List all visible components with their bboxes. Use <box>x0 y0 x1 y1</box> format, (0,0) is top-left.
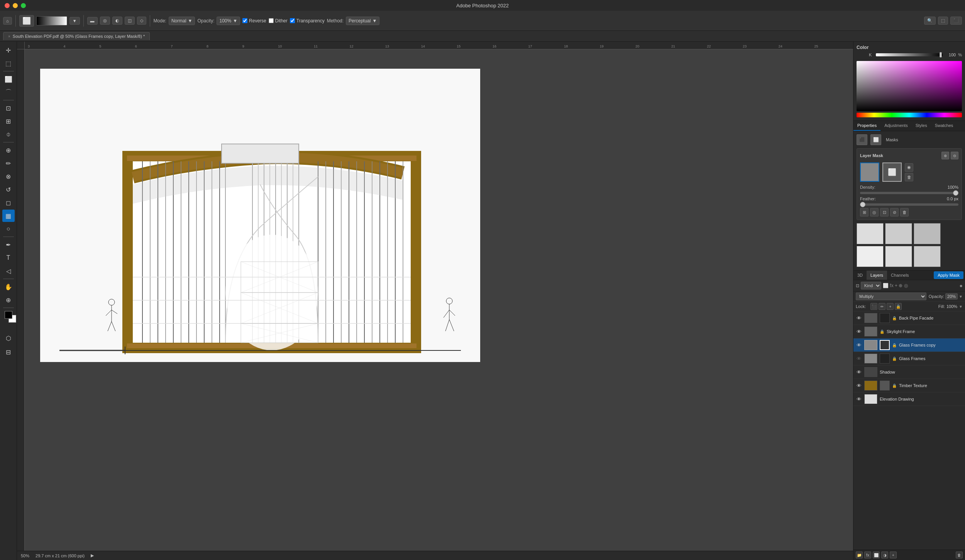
crop-tool[interactable]: ⊞ <box>2 115 15 127</box>
workspace-btn[interactable]: ⬚ <box>938 17 948 25</box>
delete-layer-btn[interactable]: 🗑 <box>956 552 963 558</box>
minimize-button[interactable] <box>13 3 18 8</box>
delete-mask-btn[interactable]: 🗑 <box>900 208 909 217</box>
home-btn[interactable]: ⌂ <box>3 17 12 25</box>
mask-add-icon[interactable]: ⊕ <box>941 152 949 159</box>
layer-vis-shadow[interactable]: 👁 <box>856 369 862 375</box>
history-brush-tool[interactable]: ↺ <box>2 183 15 196</box>
window-controls[interactable] <box>5 3 26 8</box>
tab-layers[interactable]: Layers <box>867 271 887 280</box>
pixel-mask-icon[interactable]: ⬛ <box>857 134 867 145</box>
hand-tool[interactable]: ✋ <box>2 281 15 293</box>
tab-properties[interactable]: Properties <box>853 121 880 131</box>
tab-swatches[interactable]: Swatches <box>931 121 957 131</box>
tab-adjustments[interactable]: Adjustments <box>880 121 912 131</box>
layer-vis-skylight[interactable]: 👁 <box>856 328 862 335</box>
gradient-preview[interactable] <box>36 16 67 25</box>
layer-row-glass-copy[interactable]: 👁 🔒 Glass Frames copy <box>853 338 965 352</box>
layer-fx-btn[interactable]: fx <box>864 552 871 558</box>
adjustment-layer-btn[interactable]: ◑ <box>881 552 888 558</box>
k-slider[interactable] <box>876 53 943 56</box>
dither-checkbox[interactable] <box>269 18 274 23</box>
tab-close[interactable]: × <box>8 34 10 39</box>
path-tool[interactable]: ◁ <box>2 265 15 277</box>
maximize-button[interactable] <box>21 3 26 8</box>
layer-vis-glass[interactable]: 👁 <box>856 355 862 362</box>
reverse-checkbox[interactable] <box>242 18 247 23</box>
foreground-color[interactable] <box>5 311 12 319</box>
apply-mask-button[interactable]: Apply Mask <box>934 271 963 279</box>
linear-gradient-btn[interactable]: ▬ <box>87 17 98 25</box>
opacity-select[interactable]: 100% ▼ <box>217 17 240 25</box>
clone-tool[interactable]: ⊗ <box>2 170 15 183</box>
tab-3d[interactable]: 3D <box>853 271 867 280</box>
filter-select[interactable]: Kind <box>861 282 881 289</box>
vector-mask-icon[interactable]: ⬜ <box>870 134 881 145</box>
marquee-tool[interactable]: ⬜ <box>2 73 15 85</box>
select-mask-btn[interactable]: ◎ <box>870 208 879 217</box>
dodge-tool[interactable]: ○ <box>2 223 15 235</box>
tab-styles[interactable]: Styles <box>912 121 931 131</box>
lasso-tool[interactable]: ⌒ <box>2 86 15 98</box>
object-select-tool[interactable]: ⊡ <box>2 102 15 114</box>
layer-row-glass[interactable]: 👁 🔒 Glass Frames <box>853 352 965 365</box>
hue-slider[interactable] <box>857 113 962 117</box>
document-tab[interactable]: × South Elevation PDF.pdf @ 50% (Glass F… <box>3 32 150 40</box>
angle-gradient-btn[interactable]: ◐ <box>112 17 122 25</box>
layer-row-shadow[interactable]: 👁 Shadow <box>853 365 965 379</box>
pen-tool[interactable]: ✒ <box>2 239 15 251</box>
search-btn[interactable]: 🔍 <box>924 17 936 25</box>
mode-select[interactable]: Normal ▼ <box>169 17 195 25</box>
reflected-gradient-btn[interactable]: ◫ <box>125 17 135 25</box>
lock-pixels-btn[interactable]: ⬛ <box>870 303 877 310</box>
disable-mask-btn[interactable]: ⊘ <box>890 208 899 217</box>
brush-tool[interactable]: ✏ <box>2 157 15 169</box>
apply-from-mask-btn[interactable]: ⊡ <box>880 208 889 217</box>
blend-mode-select[interactable]: Multiply <box>856 293 926 300</box>
color-swatches[interactable] <box>5 311 12 319</box>
lock-all-btn[interactable]: 🔒 <box>895 303 902 310</box>
transparency-checkbox[interactable] <box>290 18 295 23</box>
density-slider[interactable] <box>860 192 958 194</box>
feather-slider[interactable] <box>860 203 958 206</box>
quick-mask-tool[interactable]: ⬡ <box>2 332 15 344</box>
zoom-tool[interactable]: ⊕ <box>2 294 15 306</box>
layer-vis-timber[interactable]: 👁 <box>856 382 862 389</box>
canvas-area[interactable]: 345 678 91011 121314 151617 181920 21222… <box>17 42 853 560</box>
layer-vis-back-pipe[interactable]: 👁 <box>856 315 862 321</box>
color-gradient-picker[interactable] <box>857 61 962 111</box>
gradient-tool[interactable]: ▦ <box>2 210 15 222</box>
lock-position-btn[interactable]: ✏ <box>879 303 885 310</box>
filter-toggle[interactable]: ● <box>960 283 963 289</box>
healing-tool[interactable]: ⊕ <box>2 144 15 156</box>
eraser-tool[interactable]: ◻ <box>2 196 15 209</box>
layer-row-skylight[interactable]: 👁 🔒 Skylight Frame <box>853 325 965 338</box>
mask-delete-btn[interactable]: 🗑 <box>905 173 913 181</box>
eyedropper-tool[interactable]: ⌽ <box>2 128 15 140</box>
tab-channels[interactable]: Channels <box>887 271 913 280</box>
method-select[interactable]: Perceptual ▼ <box>346 17 379 25</box>
mask-subtract-icon[interactable]: ⊖ <box>951 152 958 159</box>
layer-thumb[interactable] <box>860 162 879 182</box>
new-layer-btn[interactable]: + <box>890 552 897 558</box>
layer-vis-glass-copy[interactable]: 👁 <box>856 342 862 348</box>
invert-mask-btn[interactable]: ⊞ <box>860 208 868 217</box>
layer-group-btn[interactable]: 📁 <box>856 552 863 558</box>
close-button[interactable] <box>5 3 10 8</box>
layer-row-back-pipe[interactable]: 👁 🔒 Back Pipe Facade <box>853 311 965 325</box>
diamond-gradient-btn[interactable]: ◇ <box>137 17 146 25</box>
canvas-content[interactable] <box>25 49 853 552</box>
brush-options-btn[interactable]: ⬜ <box>19 15 34 27</box>
gradient-type-btn[interactable]: ▼ <box>69 17 80 25</box>
layer-vis-elevation[interactable]: 👁 <box>856 396 862 402</box>
layer-mask-btn[interactable]: ⬜ <box>873 552 880 558</box>
radial-gradient-btn[interactable]: ◎ <box>100 17 110 25</box>
mask-select-btn[interactable]: ◉ <box>905 163 913 172</box>
layer-row-timber[interactable]: 👁 🔒 Timber Texture <box>853 379 965 393</box>
text-tool[interactable]: T <box>2 252 15 264</box>
mask-thumb[interactable]: ⬜ <box>882 162 902 182</box>
arrange-btn[interactable]: ⬛ <box>950 17 962 25</box>
lock-artboard-btn[interactable]: + <box>887 303 894 310</box>
layer-row-elevation[interactable]: 👁 Elevation Drawing <box>853 393 965 406</box>
screen-mode-btn[interactable]: ⊟ <box>2 346 15 358</box>
